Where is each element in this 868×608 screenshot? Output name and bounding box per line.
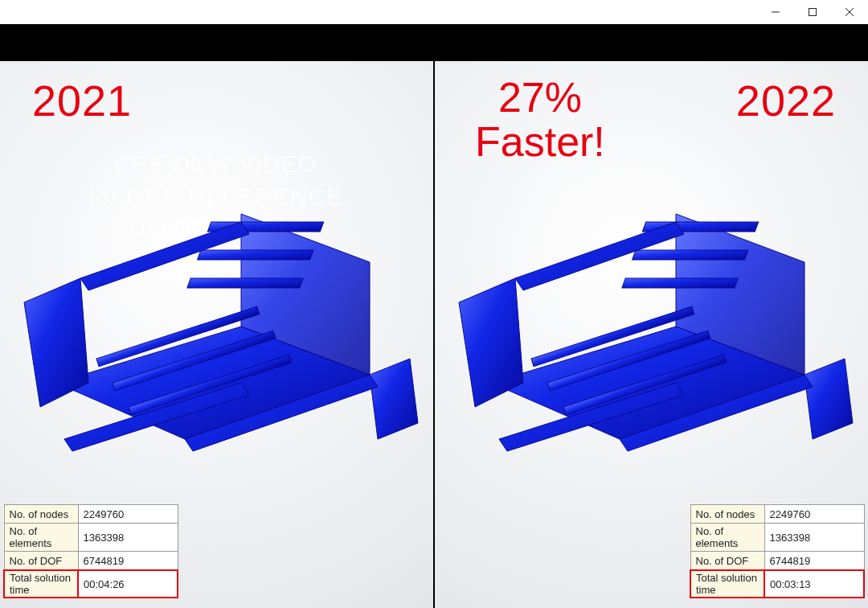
close-icon xyxy=(845,8,854,16)
maximize-icon xyxy=(809,8,817,16)
stats-table-left: No. of nodes 2249760 No. of elements 136… xyxy=(3,504,178,598)
preview-watermark: PREVIEW VIDEO for CRE REFERENCE DO NOT P… xyxy=(88,148,343,246)
dof-label: No. of DOF xyxy=(4,552,78,571)
year-label-left: 2021 xyxy=(32,76,132,125)
table-row: No. of DOF 6744819 xyxy=(4,552,178,571)
maximize-button[interactable] xyxy=(794,0,831,24)
svg-rect-15 xyxy=(563,355,727,414)
stats-table-right: No. of nodes 2249760 No. of elements 136… xyxy=(690,504,865,598)
chassis-model-left xyxy=(0,117,433,495)
minimize-icon xyxy=(772,8,780,16)
svg-rect-9 xyxy=(129,355,292,414)
minimize-button[interactable] xyxy=(757,0,794,24)
svg-rect-12 xyxy=(622,278,738,288)
watermark-line3: DO NOT POST xyxy=(88,213,343,246)
table-row: No. of elements 1363398 xyxy=(690,524,864,552)
dof-label: No. of DOF xyxy=(690,552,764,571)
svg-rect-4 xyxy=(207,222,323,232)
faster-callout: 27% Faster! xyxy=(475,76,605,163)
table-row: No. of nodes 2249760 xyxy=(690,505,864,524)
panel-2021: 2021 PREVIEW VIDEO for CRE REFERENCE DO … xyxy=(0,61,433,608)
time-value: 00:04:26 xyxy=(78,570,178,598)
svg-rect-14 xyxy=(547,331,710,390)
svg-rect-10 xyxy=(642,222,758,232)
svg-rect-13 xyxy=(531,306,694,366)
time-label: Total solution time xyxy=(4,570,78,598)
table-row-highlight: Total solution time 00:04:26 xyxy=(4,570,178,598)
chassis-model-right xyxy=(435,117,868,495)
svg-rect-11 xyxy=(633,250,748,260)
table-row: No. of elements 1363398 xyxy=(4,524,178,552)
panel-2022: 2022 27% Faster! xyxy=(435,61,868,608)
watermark-line1: PREVIEW VIDEO xyxy=(88,148,343,181)
svg-rect-1 xyxy=(809,9,817,16)
svg-rect-7 xyxy=(96,306,260,366)
year-label-right: 2022 xyxy=(736,76,836,125)
nodes-label: No. of nodes xyxy=(4,505,78,524)
callout-percent: 27% xyxy=(475,76,605,120)
nodes-value: 2249760 xyxy=(78,505,178,524)
svg-rect-8 xyxy=(113,331,276,390)
table-row: No. of DOF 6744819 xyxy=(690,552,864,571)
time-value: 00:03:13 xyxy=(764,570,864,598)
dof-value: 6744819 xyxy=(78,552,178,571)
elements-label: No. of elements xyxy=(4,524,78,552)
comparison-area: 2021 PREVIEW VIDEO for CRE REFERENCE DO … xyxy=(0,61,868,608)
svg-rect-5 xyxy=(198,250,313,260)
svg-rect-6 xyxy=(187,278,303,288)
title-bar xyxy=(0,0,868,24)
table-row: No. of nodes 2249760 xyxy=(4,505,178,524)
elements-label: No. of elements xyxy=(690,524,764,552)
callout-word: Faster! xyxy=(475,120,605,164)
watermark-line2: for CRE REFERENCE xyxy=(88,181,343,214)
table-row-highlight: Total solution time 00:03:13 xyxy=(690,570,864,598)
elements-value: 1363398 xyxy=(78,524,178,552)
elements-value: 1363398 xyxy=(764,524,864,552)
nodes-label: No. of nodes xyxy=(690,505,764,524)
nodes-value: 2249760 xyxy=(764,505,864,524)
time-label: Total solution time xyxy=(690,570,764,598)
close-button[interactable] xyxy=(831,0,868,24)
dof-value: 6744819 xyxy=(764,552,864,571)
